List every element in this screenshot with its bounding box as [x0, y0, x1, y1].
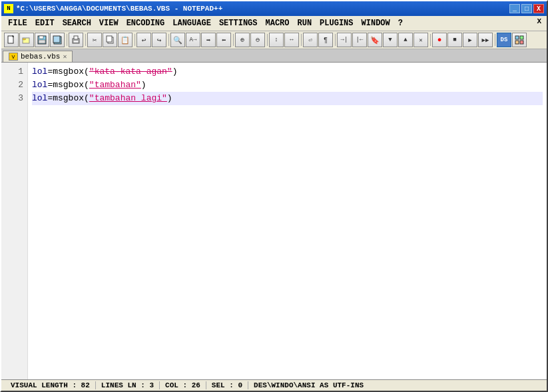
toolbar-cut[interactable]: ✂: [87, 33, 102, 47]
toolbar-all-chars[interactable]: ¶: [318, 33, 333, 47]
x-label: X: [534, 17, 544, 29]
toolbar-zoom-out[interactable]: ⊖: [250, 33, 265, 47]
toolbar-stop[interactable]: ■: [447, 33, 462, 47]
svg-rect-14: [515, 36, 519, 39]
menu-window[interactable]: WINDOW: [358, 17, 394, 29]
svg-rect-6: [39, 40, 45, 43]
svg-rect-11: [73, 41, 79, 43]
menu-settings[interactable]: SETTINGS: [215, 17, 262, 29]
svg-rect-17: [520, 41, 523, 44]
menu-encoding[interactable]: ENCODING: [123, 17, 169, 29]
toolbar-find[interactable]: 🔍: [170, 33, 185, 47]
toolbar-open[interactable]: [19, 33, 34, 47]
str-2: "tambahan": [89, 80, 141, 90]
code-line-3: lol=msgbox("tambahan lagi"): [32, 92, 543, 105]
status-sel: SEL : 0: [206, 381, 248, 389]
tab-label: bebas.vbs: [21, 53, 60, 61]
toolbar-ds[interactable]: DS: [497, 33, 511, 47]
menu-macro[interactable]: MACRO: [261, 17, 293, 29]
window-title: *C:\USERS\ANGGA\DOCUMENTS\BEBAS.VBS - NO…: [16, 5, 222, 13]
tab-bebas-vbs[interactable]: V bebas.vbs ✕: [3, 51, 73, 62]
toolbar-sep-2: [84, 33, 87, 47]
menu-file[interactable]: FILE: [4, 17, 31, 29]
code-line-1: lol=msgbox("kata-kata agan"): [32, 65, 543, 79]
toolbar-sep-3: [133, 33, 136, 47]
toolbar-unindent[interactable]: |←: [352, 33, 367, 47]
status-col: COL : 26: [160, 381, 206, 389]
svg-rect-5: [39, 36, 43, 39]
svg-rect-16: [520, 36, 523, 39]
close-button[interactable]: X: [533, 4, 544, 13]
line-number-2: 2: [5, 79, 23, 92]
toolbar-bm-clear[interactable]: ✕: [413, 33, 428, 47]
toolbar-playall[interactable]: ▶▶: [478, 33, 493, 47]
toolbar: ✂ 📋 ↩ ↪ 🔍 A→ ➡ ⬅ ⊕ ⊖ ↕ ↔ ⏎ ¶ →| |← 🔖 ▼ ▲…: [1, 31, 547, 49]
svg-rect-15: [515, 41, 519, 44]
line-number-3: 3: [5, 92, 23, 105]
toolbar-wrap[interactable]: ⏎: [303, 33, 318, 47]
toolbar-sync-scroll-v[interactable]: ↕: [269, 33, 284, 47]
toolbar-indent[interactable]: →|: [337, 33, 352, 47]
kw-lol-2: lol: [32, 80, 47, 90]
app-icon: N: [4, 4, 13, 13]
status-bar: VISUAL LENGTH : 82 LINES LN : 3 COL : 26…: [1, 379, 547, 391]
toolbar-find-replace[interactable]: A→: [186, 33, 200, 47]
toolbar-undo[interactable]: ↩: [137, 33, 151, 47]
menu-run[interactable]: RUN: [294, 17, 316, 29]
toolbar-sep-4: [167, 33, 170, 47]
menu-help[interactable]: ?: [394, 17, 407, 29]
toolbar-sep-10: [493, 33, 496, 47]
menu-view[interactable]: VIEW: [95, 17, 123, 29]
title-bar: N *C:\USERS\ANGGA\DOCUMENTS\BEBAS.VBS - …: [1, 1, 547, 16]
main-window: N *C:\USERS\ANGGA\DOCUMENTS\BEBAS.VBS - …: [0, 0, 548, 392]
toolbar-bm-prev[interactable]: ▲: [398, 33, 413, 47]
code-line-2: lol=msgbox("tambahan"): [32, 79, 543, 92]
kw-lol-1: lol: [32, 67, 47, 77]
window-controls: _ □ X: [509, 4, 544, 13]
toolbar-sep-8: [334, 33, 336, 47]
toolbar-copy[interactable]: [103, 33, 117, 47]
toolbar-bookmark[interactable]: 🔖: [368, 33, 382, 47]
toolbar-sep-5: [232, 33, 234, 47]
str-3: "tambahan lagi": [89, 93, 167, 103]
editor-container: 1 2 3 lol=msgbox("kata-kata agan") lol=m…: [1, 63, 547, 379]
tab-file-icon: V: [9, 53, 18, 61]
tab-bar: V bebas.vbs ✕: [1, 49, 547, 63]
kw-lol-3: lol: [32, 93, 47, 103]
toolbar-find-prev[interactable]: ⬅: [216, 33, 231, 47]
toolbar-record[interactable]: ●: [432, 33, 447, 47]
svg-rect-8: [53, 36, 60, 43]
svg-marker-3: [23, 39, 26, 40]
toolbar-plugin[interactable]: [512, 33, 527, 47]
toolbar-save[interactable]: [35, 33, 49, 47]
toolbar-print[interactable]: [69, 33, 83, 47]
toolbar-new[interactable]: [4, 33, 19, 47]
toolbar-sep-1: [65, 33, 68, 47]
status-encoding: DES\WINDO\ANSI AS UTF-INS: [248, 381, 369, 389]
toolbar-sep-6: [266, 33, 268, 47]
code-editor[interactable]: lol=msgbox("kata-kata agan") lol=msgbox(…: [28, 63, 547, 379]
svg-rect-0: [8, 36, 13, 43]
menu-edit[interactable]: EDIT: [31, 17, 59, 29]
menu-language[interactable]: LANGUAGE: [168, 17, 215, 29]
toolbar-redo[interactable]: ↪: [152, 33, 166, 47]
toolbar-save-all[interactable]: [50, 33, 65, 47]
toolbar-sep-9: [429, 33, 431, 47]
minimize-button[interactable]: _: [509, 4, 520, 13]
line-number-1: 1: [5, 65, 23, 79]
toolbar-bm-next[interactable]: ▼: [383, 33, 398, 47]
menu-search[interactable]: SEARCH: [59, 17, 95, 29]
toolbar-zoom-in[interactable]: ⊕: [235, 33, 250, 47]
svg-rect-10: [74, 36, 78, 39]
str-1: "kata-kata agan": [89, 67, 172, 77]
toolbar-play[interactable]: ▶: [463, 33, 477, 47]
toolbar-paste[interactable]: 📋: [118, 33, 133, 47]
status-length: VISUAL LENGTH : 82: [5, 381, 96, 389]
tab-close-button[interactable]: ✕: [63, 53, 67, 61]
menu-plugins[interactable]: PLUGINS: [316, 17, 357, 29]
title-bar-content: N *C:\USERS\ANGGA\DOCUMENTS\BEBAS.VBS - …: [4, 4, 222, 13]
svg-rect-13: [107, 36, 112, 42]
toolbar-sync-scroll-h[interactable]: ↔: [284, 33, 299, 47]
restore-button[interactable]: □: [521, 4, 532, 13]
toolbar-find-next[interactable]: ➡: [201, 33, 216, 47]
